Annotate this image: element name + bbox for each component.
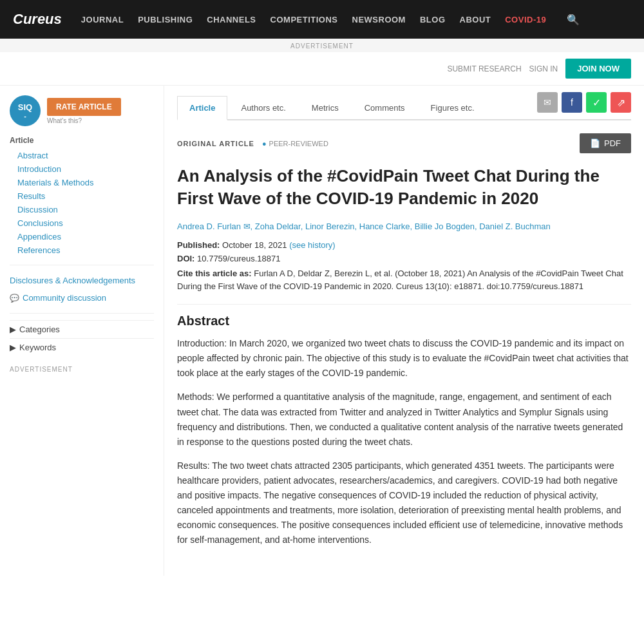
ad-banner: ADVERTISEMENT <box>0 39 644 52</box>
sidebar-item-references[interactable]: References <box>10 243 154 257</box>
article-content: Article Authors etc. Metrics Comments Fi… <box>164 86 644 576</box>
author-buchman[interactable]: Daniel Z. Buchman <box>479 222 551 231</box>
author-clarke[interactable]: Hance Clarke <box>359 222 410 231</box>
nav-newsroom[interactable]: NEWSROOM <box>352 15 406 24</box>
ad-label: ADVERTISEMENT <box>290 43 354 50</box>
keywords-collapsible[interactable]: ▶ Keywords <box>10 338 154 356</box>
nav-journal[interactable]: JOURNAL <box>81 15 124 24</box>
join-now-button[interactable]: JOIN NOW <box>565 59 631 79</box>
nav-channels[interactable]: CHANNELS <box>207 15 256 24</box>
sidebar: SIQ - RATE ARTICLE What's this? Article … <box>0 86 164 576</box>
main-layout: SIQ - RATE ARTICLE What's this? Article … <box>0 86 644 576</box>
abstract-intro: Introduction: In March 2020, we organize… <box>177 336 631 381</box>
nav-blog[interactable]: BLOG <box>420 15 446 24</box>
author-furlan[interactable]: Andrea D. Furlan <box>177 222 241 231</box>
share-whatsapp-icon[interactable]: ✓ <box>586 92 607 113</box>
siq-controls: RATE ARTICLE What's this? <box>47 98 121 124</box>
tab-article[interactable]: Article <box>177 96 227 120</box>
nav-covid[interactable]: COVID-19 <box>505 15 546 24</box>
sidebar-item-methods[interactable]: Materials & Methods <box>10 176 154 189</box>
cite-info: Cite this article as: Furlan A D, Deldar… <box>177 267 631 292</box>
author-bogden[interactable]: Billie Jo Bogden <box>415 222 475 231</box>
published-info: Published: October 18, 2021 (see history… <box>177 240 631 250</box>
tab-authors[interactable]: Authors etc. <box>229 96 298 119</box>
authors-list: Andrea D. Furlan ✉, Zoha Deldar, Linor B… <box>177 222 631 231</box>
share-bar: ✉ f ✓ ⇗ <box>537 92 631 119</box>
sign-in-link[interactable]: SIGN IN <box>529 64 558 73</box>
author-deldar[interactable]: Zoha Deldar <box>255 222 301 231</box>
community-discussion-link[interactable]: 💬 Community discussion <box>10 289 154 307</box>
sidebar-item-introduction[interactable]: Introduction <box>10 162 154 176</box>
author-berezin[interactable]: Linor Berezin <box>305 222 355 231</box>
share-facebook-icon[interactable]: f <box>562 92 582 113</box>
sidebar-ad-label: ADVERTISEMENT <box>10 366 154 373</box>
nav-about[interactable]: ABOUT <box>460 15 491 24</box>
tabs-bar: Article Authors etc. Metrics Comments Fi… <box>177 86 631 120</box>
tab-figures[interactable]: Figures etc. <box>419 96 487 119</box>
nav-competitions[interactable]: COMPETITIONS <box>270 15 338 24</box>
sidebar-item-abstract[interactable]: Abstract <box>10 149 154 162</box>
navbar: Cureus JOURNAL PUBLISHING CHANNELS COMPE… <box>0 0 644 39</box>
tab-metrics[interactable]: Metrics <box>299 96 351 119</box>
sidebar-item-conclusions[interactable]: Conclusions <box>10 216 154 230</box>
abstract-results: Results: The two tweet chats attracted 2… <box>177 459 631 548</box>
search-icon[interactable]: 🔍 <box>567 14 580 26</box>
top-bar: SUBMIT RESEARCH SIGN IN JOIN NOW <box>0 52 644 86</box>
sidebar-article-links: Abstract Introduction Materials & Method… <box>10 149 154 257</box>
peer-reviewed-badge: ● PEER-REVIEWED <box>262 140 328 147</box>
siq-block: SIQ - RATE ARTICLE What's this? <box>10 95 154 126</box>
site-logo[interactable]: Cureus <box>13 11 62 28</box>
share-email-icon[interactable]: ✉ <box>537 92 558 113</box>
pdf-icon: 📄 <box>590 138 600 148</box>
sidebar-item-results[interactable]: Results <box>10 189 154 203</box>
share-other-icon[interactable]: ⇗ <box>611 92 631 113</box>
disclosures-link[interactable]: Disclosures & Acknowledgements <box>10 272 154 289</box>
siq-label: SIQ <box>18 102 32 112</box>
article-title: An Analysis of the #CovidPain Tweet Chat… <box>177 165 631 210</box>
sidebar-item-discussion[interactable]: Discussion <box>10 203 154 216</box>
tab-comments[interactable]: Comments <box>352 96 417 119</box>
sidebar-section-label: Article <box>10 136 154 145</box>
abstract-title: Abstract <box>177 314 631 328</box>
categories-collapsible[interactable]: ▶ Categories <box>10 320 154 338</box>
whats-this-label[interactable]: What's this? <box>47 117 121 124</box>
siq-dash: - <box>24 112 26 120</box>
article-meta: ORIGINAL ARTICLE ● PEER-REVIEWED 📄 PDF <box>177 133 631 153</box>
nav-publishing[interactable]: PUBLISHING <box>138 15 193 24</box>
nav-links: JOURNAL PUBLISHING CHANNELS COMPETITIONS… <box>81 14 580 26</box>
doi-info: DOI: 10.7759/cureus.18871 <box>177 254 631 263</box>
siq-badge: SIQ - <box>10 95 41 126</box>
see-history-link[interactable]: (see history) <box>289 240 336 250</box>
submit-research-link[interactable]: SUBMIT RESEARCH <box>447 64 521 73</box>
sidebar-item-appendices[interactable]: Appendices <box>10 230 154 243</box>
original-article-badge: ORIGINAL ARTICLE <box>177 140 254 147</box>
pdf-button[interactable]: 📄 PDF <box>580 133 631 153</box>
abstract-methods: Methods: We performed a quantitative ana… <box>177 390 631 449</box>
rate-article-button[interactable]: RATE ARTICLE <box>47 98 121 116</box>
